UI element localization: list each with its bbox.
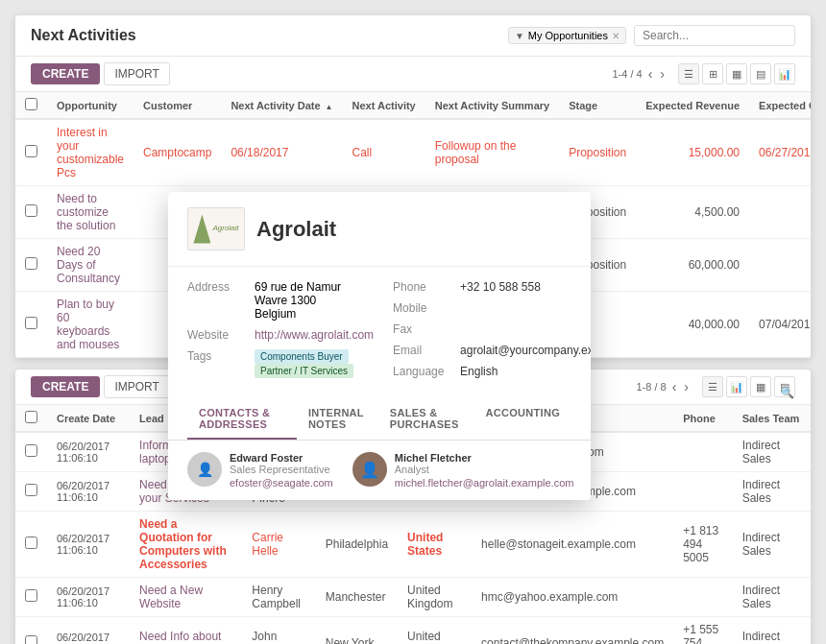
col-customer[interactable]: Customer xyxy=(134,92,221,119)
row-opportunity[interactable]: Need to customize the solution xyxy=(47,186,134,239)
prev-page-button[interactable]: ‹ xyxy=(646,66,655,82)
col-next-activity-date[interactable]: Next Activity Date ▲ xyxy=(221,92,342,119)
lead-salesteam: Indirect Sales xyxy=(733,512,811,578)
leads-prev-button[interactable]: ‹ xyxy=(670,379,679,394)
header-right: ▼ My Opportunities ✕ xyxy=(508,25,795,46)
import-button[interactable]: IMPORT xyxy=(104,62,169,85)
popup-left-col: Address 69 rue de Namur Wavre 1300 Belgi… xyxy=(187,280,374,386)
tags-value: Components Buyer Partner / IT Services xyxy=(255,349,374,378)
lead-date: 06/20/2017 11:06:10 xyxy=(47,512,130,578)
list-item: 06/20/2017 11:06:10 Need a Quotation for… xyxy=(15,512,811,578)
col-next-activity[interactable]: Next Activity xyxy=(343,92,425,119)
pagination-text: 1-4 / 4 xyxy=(612,68,642,80)
tags-row: Tags Components Buyer Partner / IT Servi… xyxy=(187,349,374,378)
lead-checkbox[interactable] xyxy=(25,537,37,549)
col-summary[interactable]: Next Activity Summary xyxy=(425,92,559,119)
tab-contacts-addresses[interactable]: CONTACTS & ADDRESSES xyxy=(187,399,297,440)
lead-name[interactable]: Need Info about Web Design xyxy=(130,617,242,645)
col-expected-revenue[interactable]: Expected Revenue xyxy=(636,92,749,119)
leads-col-date[interactable]: Create Date xyxy=(47,405,130,432)
contact-avatar-2: 👤 xyxy=(352,452,387,487)
leads-col-salesteam[interactable]: Sales Team xyxy=(733,405,811,432)
select-all-checkbox[interactable] xyxy=(25,98,37,110)
leads-calendar-icon[interactable]: ▦ xyxy=(750,376,771,397)
tab-accounting[interactable]: ACCOUNTING xyxy=(474,399,571,440)
tab-sales-purchases[interactable]: SALES & PURCHASES xyxy=(378,399,474,440)
contact-title-1: Sales Representative xyxy=(230,464,333,475)
leads-import-button[interactable]: IMPORT xyxy=(104,375,169,398)
lead-contact: John Miller xyxy=(242,617,315,645)
language-label: Language xyxy=(393,365,460,378)
row-closing xyxy=(749,186,811,239)
lead-country: United States xyxy=(398,617,472,645)
filter-tag[interactable]: ▼ My Opportunities ✕ xyxy=(508,27,626,44)
row-checkbox[interactable] xyxy=(25,204,37,217)
lead-phone xyxy=(673,432,732,472)
next-page-button[interactable]: › xyxy=(658,66,667,82)
lead-date: 06/20/2017 11:06:10 xyxy=(47,472,130,512)
email-value: agrolait@yourcompany.example.com xyxy=(460,344,591,357)
chart-view-icon[interactable]: 📊 xyxy=(774,63,795,84)
lead-date: 06/20/2017 11:06:10 xyxy=(47,617,130,645)
tag-components[interactable]: Components Buyer xyxy=(255,349,349,364)
contact-email-2[interactable]: michel.fletcher@agrolait.example.com xyxy=(395,477,574,489)
contact-name-2: Michel Fletcher xyxy=(395,452,574,464)
filter-close-icon[interactable]: ✕ xyxy=(612,31,620,41)
leads-col-phone[interactable]: Phone xyxy=(673,405,732,432)
phone-label: Phone xyxy=(393,280,460,294)
create-button[interactable]: CREATE xyxy=(31,63,100,84)
row-checkbox[interactable] xyxy=(25,317,37,329)
col-opportunity[interactable]: Opportunity xyxy=(47,92,134,119)
row-opportunity[interactable]: Need 20 Days of Consultancy xyxy=(47,239,134,292)
pagination: 1-4 / 4 ‹ › ☰ ⊞ ▦ ▤ 📊 xyxy=(612,63,795,84)
lead-checkbox[interactable] xyxy=(25,444,37,457)
popup-logo: Agrolait xyxy=(187,207,245,250)
lead-checkbox[interactable] xyxy=(25,484,37,496)
leads-select-all[interactable] xyxy=(25,411,37,423)
tag-partner[interactable]: Partner / IT Services xyxy=(255,364,353,378)
lead-country: United Kingdom xyxy=(398,578,472,617)
row-opportunity[interactable]: Plan to buy 60 keyboards and mouses xyxy=(47,292,134,358)
row-checkbox[interactable] xyxy=(25,145,37,157)
table-view-icon[interactable]: ▤ xyxy=(750,63,771,84)
lead-name[interactable]: Need a New Website xyxy=(130,578,242,617)
next-activities-header: Next Activities ▼ My Opportunities ✕ xyxy=(15,15,811,57)
lead-name[interactable]: Need a Quotation for Computers with Acce… xyxy=(130,512,242,578)
lead-checkbox[interactable] xyxy=(25,635,37,644)
row-closing: 06/27/2017 xyxy=(749,119,811,186)
mobile-row: Mobile xyxy=(393,301,591,315)
contact-title-2: Analyst xyxy=(395,464,574,475)
lead-salesteam: Indirect Sales xyxy=(733,617,811,645)
leads-chart-view-icon[interactable]: 📊 xyxy=(726,376,747,397)
website-value[interactable]: http://www.agrolait.com xyxy=(255,328,374,342)
phone-row: Phone +32 10 588 558 xyxy=(393,280,591,294)
list-view-icon[interactable]: ☰ xyxy=(678,63,699,84)
leads-create-button[interactable]: CREATE xyxy=(31,376,100,397)
row-checkbox[interactable] xyxy=(25,257,37,270)
row-revenue: 15,000.00 xyxy=(636,119,749,186)
col-stage[interactable]: Stage xyxy=(559,92,636,119)
lead-contact: Carrie Helle xyxy=(242,512,315,578)
leads-search-icon[interactable]: 🔍 xyxy=(776,382,797,403)
tab-internal-notes[interactable]: INTERNAL NOTES xyxy=(297,399,378,440)
phone-value: +32 10 588 558 xyxy=(460,280,541,294)
lead-city: Manchester xyxy=(316,578,398,617)
row-summary: Followup on the proposal xyxy=(425,119,559,186)
col-expected-closing[interactable]: Expected Closing xyxy=(749,92,811,119)
row-revenue: 4,500.00 xyxy=(636,186,749,239)
contact-info-1: Edward Foster Sales Representative efost… xyxy=(230,452,333,489)
address-line3: Belgium xyxy=(255,307,341,321)
address-line1: 69 rue de Namur xyxy=(255,280,341,294)
lead-checkbox[interactable] xyxy=(25,589,37,602)
row-opportunity[interactable]: Interest in your customizable Pcs xyxy=(47,119,134,186)
grid-view-icon[interactable]: ⊞ xyxy=(702,63,723,84)
filter-label: My Opportunities xyxy=(528,30,608,41)
popup-right-col: Phone +32 10 588 558 Mobile Fax Email ag… xyxy=(393,280,591,386)
lead-salesteam: Indirect Sales xyxy=(733,578,811,617)
view-icons: ☰ ⊞ ▦ ▤ 📊 xyxy=(678,63,795,84)
calendar-view-icon[interactable]: ▦ xyxy=(726,63,747,84)
search-input[interactable] xyxy=(634,25,795,46)
contact-email-1[interactable]: efoster@seagate.com xyxy=(230,477,333,489)
leads-next-button[interactable]: › xyxy=(682,379,691,394)
leads-list-view-icon[interactable]: ☰ xyxy=(702,376,723,397)
